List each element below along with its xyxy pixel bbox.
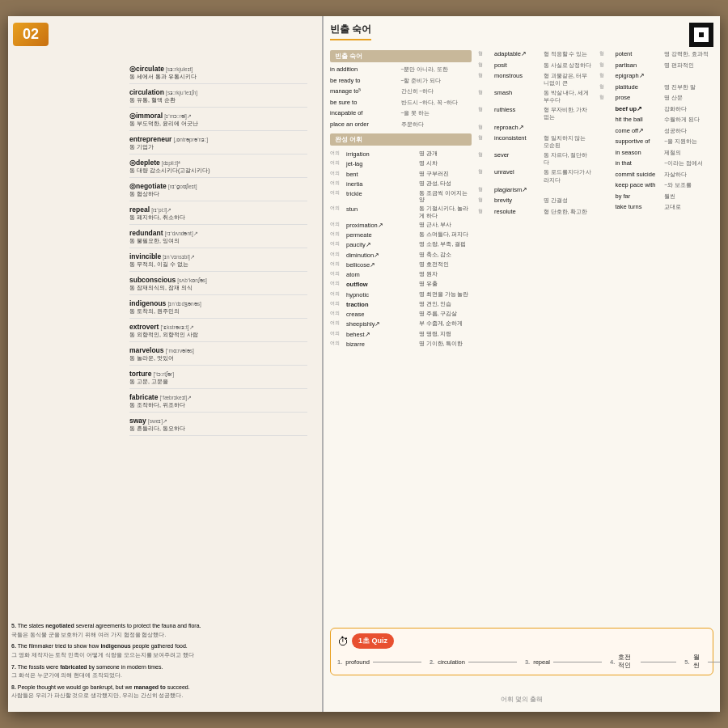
list-item: place an order 주문하다 bbox=[330, 121, 472, 129]
list-item: 어의paucity↗명 소량, 부족, 결핍 bbox=[330, 241, 472, 249]
quiz-header: ⏱ 1초 Quiz bbox=[337, 633, 706, 649]
list-item: 형monstrous형 괴물같은, 터무니없이 큰 bbox=[478, 72, 593, 87]
list-item: by far월씬 bbox=[599, 193, 714, 201]
list-item: keep pace with~와 보조를 bbox=[599, 181, 714, 190]
left-header: 02 bbox=[13, 23, 317, 46]
list-item: 형ruthless형 무자비한, 가차 없는 bbox=[478, 106, 593, 121]
list-item: 6. The filmmaker tried to show how indig… bbox=[11, 642, 319, 658]
list-item: 어의sheepishly↗부 수줍게, 순하게 bbox=[330, 320, 472, 328]
list-item: 어의proximation↗명 근사, 부사 bbox=[330, 222, 472, 230]
list-item: manage to⁵ 간신히 ~하다 bbox=[330, 87, 472, 96]
list-item: in that~이라는 점에서 bbox=[599, 159, 714, 168]
list-item: fabricate [ˈfæbrɪkeɪt]↗ 동 조작하다, 위조하다 bbox=[129, 393, 307, 413]
list-item: commit suicide자살하다 bbox=[599, 171, 714, 180]
list-item: 형platitude명 진부한 말 bbox=[599, 83, 714, 92]
list-item: 어의outflow명 유출 bbox=[330, 281, 472, 289]
list-item: redundant [rɪˈdʌndənt]↗ 동 불필요한, 잉여의 bbox=[129, 229, 307, 248]
left-page: 02 ◎circulate [sɜːrkjuleɪt] 동 세에서 통과 유통시… bbox=[8, 16, 324, 712]
right-page: 빈출 숙어 빈출 숙어 in addition ~뿐만 아니라, 또한 bbox=[324, 16, 720, 712]
quiz-badge: 1초 Quiz bbox=[352, 633, 394, 649]
quiz-rows: 1. profound 2. circulation 3. repeal 4. … bbox=[337, 654, 706, 670]
list-item: ◎negotiate [nɪˈɡoʊʃieɪt] 동 협상하다 bbox=[129, 182, 307, 201]
list-item: 형resolute형 단호한, 확고한 bbox=[478, 208, 593, 217]
list-item: subconscious [sʌbˈkɒnʃəs] 동 잠재의식의, 잠재 의식 bbox=[129, 276, 307, 295]
list-item: 형unravel동 로드를지다가 사라지다 bbox=[478, 168, 593, 183]
book: 02 ◎circulate [sɜːrkjuleɪt] 동 세에서 통과 유통시… bbox=[8, 16, 720, 712]
list-item: 형sever동 자르다, 절단하다 bbox=[478, 151, 593, 166]
quiz-section: ⏱ 1초 Quiz 1. profound 2. circulation 3. … bbox=[330, 628, 713, 675]
list-item: 어의hypnotic명 최면을 가능 놀란 bbox=[330, 291, 472, 299]
list-item: invincible [ɪnˈvɪnsɪbl]↗ 동 무적의, 이길 수 없는 bbox=[129, 252, 307, 272]
list-item: ◎deplete [dɪpliːt]⁴ 동 대량 감소시키다(고갈시키다) bbox=[129, 159, 307, 178]
list-item: come off↗성공하다 bbox=[599, 127, 714, 136]
list-item: 형epigraph↗ bbox=[599, 72, 714, 81]
list-item: 형inconsistent형 일치하지 않는 모순된 bbox=[478, 134, 593, 149]
page-title: 빈출 숙어 bbox=[330, 23, 371, 40]
list-item: take turns교대로 bbox=[599, 203, 714, 212]
qr-code bbox=[689, 23, 713, 47]
list-item: hit the ball수월하게 된다 bbox=[599, 116, 714, 125]
list-item: 어의atom명 원자 bbox=[330, 271, 472, 279]
quiz-item: 4. 호전적인 bbox=[610, 654, 676, 670]
quiz-item: 1. profound bbox=[337, 654, 421, 670]
list-item: 형reproach↗ bbox=[478, 124, 593, 133]
footer-text: 어휘 몇의 출해 bbox=[501, 695, 543, 704]
list-item: 어의crease명 주름, 구김살 bbox=[330, 311, 472, 319]
quiz-item: 5. 월씬 bbox=[684, 654, 720, 670]
list-item: 형adaptable↗형 적응할 수 있는 bbox=[478, 50, 593, 59]
quiz-item: 2. circulation bbox=[430, 654, 517, 670]
list-item: 어의behest↗명 명령, 지령 bbox=[330, 331, 472, 339]
sentences-section: 5. The states negotiated several agreeme… bbox=[11, 622, 319, 704]
list-item: 5. The states negotiated several agreeme… bbox=[11, 622, 319, 638]
list-item: 어의permeate동 스며들다, 퍼지다 bbox=[330, 231, 472, 239]
list-item: sway [sweɪ]↗ 동 흔들리다, 동요하다 bbox=[129, 417, 307, 436]
phrases-column: 빈출 숙어 in addition ~뿐만 아니라, 또한 be ready t… bbox=[330, 50, 472, 527]
list-item: 형smash동 박살 내다, 세게 부수다 bbox=[478, 89, 593, 104]
list-item: 어의irrigation명 관개 bbox=[330, 150, 472, 159]
right-vocab-column: 형adaptable↗형 적응할 수 있는 형posit동 사실로 상정하다 형… bbox=[478, 50, 713, 527]
list-item: torture [ˈtɔːrtʃər] 동 고문, 고문을 bbox=[129, 370, 307, 389]
quiz-item: 3. repeal bbox=[525, 654, 602, 670]
list-item: extrovert [ˈɛkstrəvɜːt]↗ 동 외향적인, 외향적인 사람 bbox=[129, 323, 307, 342]
complete-vocab: 어의irrigation명 관개 어의jet-lag명 시차 어의bent명 구… bbox=[330, 150, 472, 349]
list-item: marvelous [ˈmɑːrvələs] 동 놀라운, 멋있어 bbox=[129, 346, 307, 366]
list-item: in season제철의 bbox=[599, 149, 714, 158]
list-item: in addition ~뿐만 아니라, 또한 bbox=[330, 66, 472, 74]
list-item: circulation [sɜːrkjuˈleɪʃn] 동 유통, 혈액 순환 bbox=[129, 88, 307, 108]
list-item: 어의jet-lag명 시차 bbox=[330, 160, 472, 168]
list-item: entrepreneur [ˌɒntrəprəˈnɜː] 동 기업가 bbox=[129, 135, 307, 154]
list-item: repeal [rɪˈpiːl]↗ 동 폐지하다, 취소하다 bbox=[129, 205, 307, 225]
list-item: 어의stun동 기절시키다, 놀라게 하다 bbox=[330, 205, 472, 219]
list-item: 7. The fossils were fabricated by someon… bbox=[11, 663, 319, 679]
list-item: 형prose명 산문 bbox=[599, 94, 714, 103]
complete-section-title: 완성 어휘 bbox=[330, 133, 472, 146]
list-item: 어의traction명 견인, 인습 bbox=[330, 301, 472, 309]
list-item: 어의inertia명 관성, 타성 bbox=[330, 180, 472, 188]
list-item: supportive of~을 지원하는 bbox=[599, 138, 714, 146]
list-item: 형brevity명 간결성 bbox=[478, 197, 593, 205]
list-item: 어의bellicose↗명 호전적인 bbox=[330, 261, 472, 269]
list-item: ◎circulate [sɜːrkjuleɪt] 동 세에서 통과 유통시키다 bbox=[129, 65, 307, 84]
phrase-section-title: 빈출 숙어 bbox=[330, 50, 472, 62]
list-item: 형potent명 강력한, 효과적 bbox=[599, 50, 714, 59]
list-item: incapable of ~을 못 하는 bbox=[330, 109, 472, 118]
list-item: 어의bent명 구부러진 bbox=[330, 171, 472, 179]
list-item: 형partisan명 편파적인 bbox=[599, 61, 714, 70]
list-item: beef up↗강화하다 bbox=[599, 105, 714, 114]
list-item: 어의diminution↗명 축소, 감소 bbox=[330, 252, 472, 260]
list-item: be sure to 반드시 ~하다, 꼭 ~하다 bbox=[330, 99, 472, 108]
list-item: 형posit동 사실로 상정하다 bbox=[478, 61, 593, 70]
chapter-badge: 02 bbox=[13, 23, 49, 46]
list-item: 어의bizarre명 기이한, 특이한 bbox=[330, 341, 472, 349]
list-item: ◎immoral [ɪˈmɔːrəl]↗ 동 부도덕한, 윤리에 어긋난 bbox=[129, 112, 307, 131]
center-words: ◎circulate [sɜːrkjuleɪt] 동 세에서 통과 유통시키다 … bbox=[129, 65, 307, 440]
list-item: 어의trickle동 조금씩 이어지는 양 bbox=[330, 190, 472, 204]
list-item: be ready to ~할 준비가 되다 bbox=[330, 77, 472, 86]
list-item: 형plagiarism↗ bbox=[478, 186, 593, 195]
list-item: 8. People thought we would go bankrupt, … bbox=[11, 684, 319, 700]
list-item: indigenous [ɪnˈdɪdʒənəs] 동 토착의, 원주민의 bbox=[129, 299, 307, 319]
